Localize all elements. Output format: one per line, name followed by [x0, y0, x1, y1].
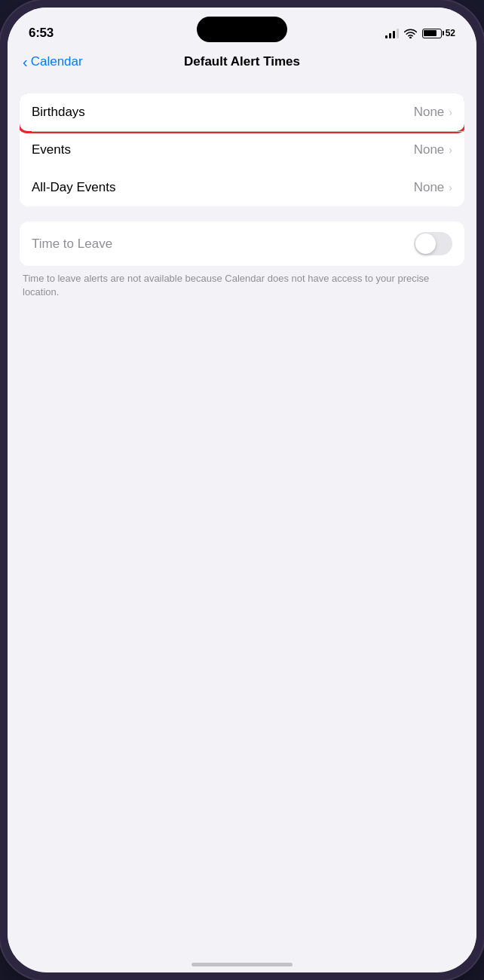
events-label: Events — [32, 142, 71, 157]
signal-bar-4 — [397, 29, 399, 38]
birthdays-value-text: None — [414, 105, 445, 120]
main-content: Birthdays None › Events None › A — [8, 78, 476, 960]
allday-events-label: All-Day Events — [32, 180, 115, 195]
time-to-leave-label: Time to Leave — [32, 237, 112, 252]
events-chevron-icon: › — [449, 144, 452, 156]
nav-header: ‹ Calendar Default Alert Times — [8, 48, 476, 78]
battery-percentage: 52 — [446, 28, 455, 38]
allday-events-row[interactable]: All-Day Events None › — [20, 169, 464, 206]
allday-events-value-text: None — [414, 180, 445, 195]
allday-events-value: None › — [414, 180, 452, 195]
toggle-knob — [415, 234, 436, 254]
signal-bar-2 — [389, 33, 391, 38]
status-right: 52 — [385, 28, 455, 38]
dynamic-island — [197, 17, 287, 42]
signal-bar-3 — [393, 31, 395, 38]
alert-settings-group: Birthdays None › Events None › A — [20, 93, 464, 206]
home-indicator — [191, 963, 293, 966]
events-value-text: None — [414, 142, 445, 157]
birthdays-value: None › — [414, 105, 452, 120]
phone-frame: 6:53 — [0, 0, 484, 980]
battery-body — [422, 29, 442, 38]
status-time: 6:53 — [29, 26, 54, 41]
back-button[interactable]: ‹ Calendar — [23, 54, 83, 69]
time-to-leave-toggle[interactable] — [414, 232, 452, 255]
time-to-leave-helper-text: Time to leave alerts are not available b… — [20, 272, 464, 299]
birthdays-label: Birthdays — [32, 105, 85, 120]
nav-title: Default Alert Times — [184, 54, 300, 69]
time-to-leave-group: Time to Leave — [20, 221, 464, 266]
battery: 52 — [422, 28, 455, 38]
birthdays-row[interactable]: Birthdays None › — [20, 93, 464, 131]
status-bar: 6:53 — [8, 8, 476, 48]
screen: 6:53 — [8, 8, 476, 972]
allday-events-chevron-icon: › — [449, 182, 452, 194]
battery-fill — [424, 30, 437, 36]
back-chevron-icon: ‹ — [23, 54, 28, 69]
birthdays-chevron-icon: › — [449, 106, 452, 118]
signal-bars — [385, 28, 399, 38]
wifi-icon — [404, 29, 417, 38]
time-to-leave-row: Time to Leave — [20, 221, 464, 266]
battery-tip — [443, 31, 444, 35]
events-value: None › — [414, 142, 452, 157]
back-label: Calendar — [31, 54, 83, 69]
events-row[interactable]: Events None › — [20, 131, 464, 169]
signal-bar-1 — [385, 35, 388, 38]
